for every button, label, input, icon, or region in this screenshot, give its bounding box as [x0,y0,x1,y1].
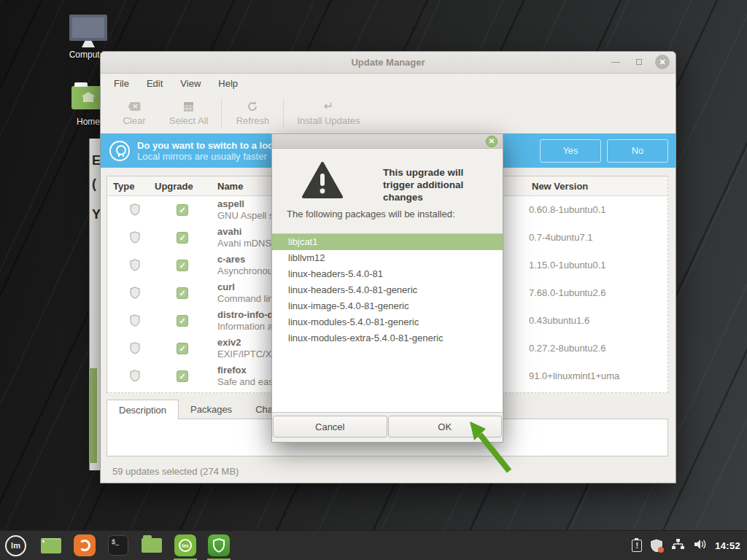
security-shield-icon [130,259,140,274]
package-name: avahi [217,226,241,237]
clear-button[interactable]: ✕ Clear [108,93,160,133]
install-arrow-icon: ↵ [324,101,333,112]
package-list-item[interactable]: linux-headers-5.4.0-81-generic [272,282,503,298]
col-upgrade[interactable]: Upgrade [155,181,193,192]
mint-logo-icon: lm [11,541,20,550]
package-list-item[interactable]: libllvm12 [272,250,503,266]
window-title: Update Manager [101,57,676,68]
install-pending-tray-icon[interactable]: ! [632,540,642,552]
security-shield-icon [130,342,140,357]
welcome-app-button[interactable]: lm [174,534,197,557]
package-name: exiv2 [217,337,241,348]
packages-list: libjcat1 libllvm12 linux-headers-5.4.0-8… [272,233,503,413]
refresh-button[interactable]: Refresh [226,93,279,133]
package-new-version: 0.7-4ubuntu7.1 [529,232,592,243]
package-description: Asynchronou [217,265,273,276]
dialog-title: This upgrade will trigger additional cha… [383,166,482,203]
folder-icon [142,538,162,553]
menu-view[interactable]: View [173,76,208,91]
warning-icon [301,162,344,203]
menu-bar: File Edit View Help [101,74,676,93]
dialog-close-button[interactable]: ✕ [486,136,498,147]
upgrade-checkbox[interactable]: ✓ [177,287,188,299]
background-window-green-edge [89,368,97,463]
show-desktop-icon [41,538,61,553]
clear-icon: ✕ [128,102,141,111]
show-desktop-button[interactable] [39,534,63,557]
upgrade-checkbox[interactable]: ✓ [177,370,188,382]
volume-tray-icon[interactable] [693,538,707,553]
menu-file[interactable]: File [107,76,136,91]
upgrade-checkbox[interactable]: ✓ [177,260,188,271]
clock[interactable]: 14:52 [715,540,740,551]
security-shield-icon [130,231,140,246]
package-list-item[interactable]: libjcat1 [272,234,503,250]
package-description: Safe and easy [217,376,278,387]
upgrade-checkbox[interactable]: ✓ [177,232,188,244]
install-updates-button[interactable]: ↵ Install Updates [288,93,368,133]
network-tray-icon[interactable] [671,538,685,553]
menu-help[interactable]: Help [211,76,245,91]
tab-packages[interactable]: Packages [179,400,244,419]
package-new-version: 0.43ubuntu1.6 [529,315,589,326]
package-name: distro-info-d [217,309,274,320]
maximize-button[interactable] [632,55,646,69]
update-tray-icon[interactable] [650,539,663,552]
package-new-version: 0.27.2-8ubuntu2.6 [529,343,606,354]
mint-welcome-icon: lm [174,534,196,556]
dialog-intro-text: The following packages will be installed… [287,209,455,219]
refresh-icon [247,100,258,113]
col-name[interactable]: Name [217,181,243,192]
package-list-item[interactable]: linux-modules-5.4.0-81-generic [272,314,503,330]
package-description: Avahi mDNS/ [217,238,274,249]
package-list-item[interactable]: linux-modules-extra-5.4.0-81-generic [272,330,503,346]
cancel-button[interactable]: Cancel [273,416,387,438]
upgrade-checkbox[interactable]: ✓ [177,204,188,216]
package-name: aspell [217,198,244,209]
dialog-titlebar[interactable]: ✕ [272,134,503,149]
package-name: c-ares [217,254,245,265]
mint-menu-button[interactable]: lm [5,535,26,556]
status-bar: 59 updates selected (274 MB) [112,466,239,477]
upgrade-checkbox[interactable]: ✓ [177,343,188,354]
col-new-version[interactable]: New Version [532,181,588,192]
update-manager-shield-icon [208,534,230,556]
terminal-launcher[interactable]: $_ [107,534,130,557]
computer-icon [69,15,107,41]
tab-description[interactable]: Description [107,400,179,419]
package-description: Command lin [217,293,274,304]
firefox-icon [74,534,96,556]
package-list-item[interactable]: linux-image-5.4.0-81-generic [272,298,503,314]
menu-edit[interactable]: Edit [139,76,170,91]
toolbar-separator [283,98,284,128]
package-new-version: 91.0+linuxmint1+uma [529,370,619,381]
upgrade-checkbox[interactable]: ✓ [177,315,188,327]
select-all-grid-icon [184,102,193,112]
titlebar[interactable]: Update Manager — ✕ [101,52,676,74]
package-description: EXIF/IPTC/XM [217,349,279,359]
security-shield-icon [130,370,140,385]
additional-changes-dialog: ✕ This upgrade will trigger additional c… [271,133,503,443]
background-window-text-fragment: ( [92,176,96,192]
package-name: firefox [217,365,247,376]
no-button[interactable]: No [607,139,668,163]
terminal-icon: $_ [108,535,128,556]
toolbar-separator [221,98,222,128]
col-type[interactable]: Type [113,181,134,192]
package-name: curl [217,281,235,292]
taskbar: lm $_ lm ! [0,530,747,560]
firefox-launcher[interactable] [73,534,96,557]
update-manager-app-button[interactable] [207,534,231,557]
lightbulb-icon [109,141,130,161]
toolbar: ✕ Clear Select All Refresh ↵ Install Upd… [101,93,676,133]
files-launcher[interactable] [140,534,163,557]
security-shield-icon [130,203,140,219]
select-all-button[interactable]: Select All [160,93,217,133]
package-list-item[interactable]: linux-headers-5.4.0-81 [272,266,503,282]
package-new-version: 1.15.0-1ubuntu0.1 [529,260,606,271]
ok-button[interactable]: OK [388,416,503,438]
yes-button[interactable]: Yes [540,139,601,163]
package-new-version: 0.60.8-1ubuntu0.1 [529,204,606,215]
minimize-button[interactable]: — [608,55,623,69]
close-button[interactable]: ✕ [655,55,670,69]
